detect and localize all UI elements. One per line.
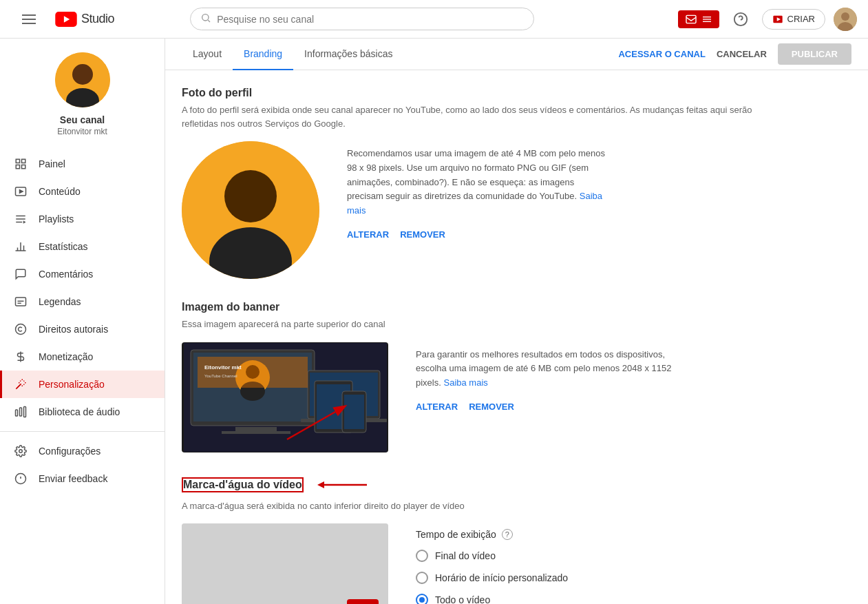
profile-image-preview [182,141,319,279]
help-icon [733,12,748,27]
radio-horario[interactable]: Horário de início personalizado [416,572,851,584]
nav-right: CRIAR [678,6,857,32]
banner-remover[interactable]: REMOVER [469,402,514,412]
sidebar-label-personalizacao: Personalização [39,379,105,390]
svg-line-37 [17,384,21,388]
radio-todo-video[interactable]: Todo o vídeo [416,594,851,604]
svg-text:Eitonvitor mkt: Eitonvitor mkt [204,364,242,371]
banner-alterar[interactable]: ALTERAR [416,402,458,412]
svg-rect-18 [16,159,19,163]
logo[interactable]: Studio [55,12,114,27]
sidebar-label-legendas: Legendas [39,296,81,307]
channel-avatar[interactable] [55,52,110,107]
sidebar-item-estatisticas[interactable]: Estatísticas [0,233,165,260]
sidebar-item-legendas[interactable]: Legendas [0,288,165,315]
sidebar-item-personalizacao[interactable]: Personalização [0,371,165,398]
sidebar-item-feedback[interactable]: Enviar feedback [0,465,165,492]
alert-icon [14,472,28,486]
banner-image-preview: Eitonvitor mkt YouTube Channel [182,342,388,452]
radio-circle-todo [416,594,428,604]
banner-devices-svg: Eitonvitor mkt YouTube Channel [184,343,387,452]
banner-section: Imagem do banner Essa imagem aparecerá n… [182,301,851,452]
sidebar-item-painel[interactable]: Painel [0,150,165,178]
svg-rect-21 [22,165,25,169]
svg-rect-68 [182,523,388,604]
search-input[interactable] [217,14,524,25]
foto-perfil-alterar[interactable]: ALTERAR [347,229,389,240]
svg-rect-4 [686,15,696,23]
notifications-icon [685,14,697,24]
create-button[interactable]: CRIAR [762,9,825,30]
arrow-annotation-icon [312,475,374,495]
user-avatar[interactable] [834,8,857,31]
hamburger-icon [17,9,41,30]
svg-rect-63 [198,357,308,388]
sidebar-label-direitos: Direitos autorais [39,324,108,335]
tab-layout[interactable]: Layout [182,39,233,70]
marca-dagua-section: Marca-d'água do vídeo A marca-d'água ser… [182,475,851,605]
sidebar-label-estatisticas: Estatísticas [39,241,88,252]
sidebar-item-direitos[interactable]: Direitos autorais [0,315,165,343]
menu-lines-icon [701,15,712,23]
channel-name: Seu canal [60,114,105,125]
sidebar-label-playlists: Playlists [39,214,74,225]
channel-handle: Eitonvitor mkt [57,127,107,136]
sidebar-item-monetizacao[interactable]: Monetização [0,343,165,371]
youtube-logo-icon [55,12,77,27]
foto-perfil-info-text: Recomendamos usar uma imagem de até 4 MB… [347,147,608,218]
radio-group: Final do vídeo Horário de início persona… [416,550,851,604]
foto-perfil-remover[interactable]: REMOVER [400,229,445,240]
svg-marker-67 [317,481,324,488]
sidebar-item-comentarios[interactable]: Comentários [0,260,165,288]
foto-perfil-info: Recomendamos usar uma imagem de até 4 MB… [347,141,851,240]
sidebar-item-conteudo[interactable]: Conteúdo [0,178,165,205]
radio-label-final: Final do vídeo [435,550,496,561]
radio-final-video[interactable]: Final do vídeo [416,550,851,562]
channel-info: Seu canal Eitonvitor mkt [0,39,165,147]
bar-chart-icon [14,240,28,253]
tab-branding[interactable]: Branding [233,39,293,70]
svg-rect-38 [16,410,18,416]
marca-dagua-highlight: Marca-d'água do vídeo [182,477,304,492]
foto-perfil-title: Foto do perfil [182,87,851,99]
radio-inner-todo [419,597,425,603]
help-button[interactable] [728,6,754,32]
svg-line-3 [208,20,210,22]
svg-point-46 [224,170,277,222]
foto-perfil-row: Recomendamos usar uma imagem de até 4 MB… [182,141,851,279]
acessar-canal-link[interactable]: ACESSAR O CANAL [618,49,705,59]
marca-dagua-desc: A marca-d'água será exibida no canto inf… [182,499,774,513]
sidebar-item-biblioteca[interactable]: Biblioteca de áudio [0,398,165,426]
sidebar-item-configuracoes[interactable]: Configurações [0,437,165,465]
top-nav: Studio CRIAR [0,0,868,39]
tempo-help-icon[interactable]: ? [502,529,513,540]
marca-dagua-options: Tempo de exibição ? Final do vídeo Horár… [416,523,851,604]
marca-dagua-row: ASSINAR CANAL [182,523,851,604]
publicar-button[interactable]: PUBLICAR [778,43,851,65]
dashboard-icon [14,157,28,171]
cancelar-button[interactable]: CANCELAR [717,49,767,59]
watermark-video-preview: ASSINAR CANAL [182,523,388,604]
app-body: Seu canal Eitonvitor mkt Painel Conteúdo [0,39,868,604]
svg-point-41 [19,450,23,453]
banner-saiba-mais[interactable]: Saiba mais [443,377,487,388]
notifications-button[interactable] [678,10,719,28]
watermark-video-svg: ASSINAR CANAL [182,523,388,604]
banner-actions: ALTERAR REMOVER [416,402,851,412]
hamburger-button[interactable] [11,3,47,35]
svg-point-2 [202,14,209,21]
marca-dagua-header: Marca-d'água do vídeo [182,475,851,495]
dollar-icon [14,350,28,364]
svg-rect-39 [20,408,22,416]
banner-title: Imagem do banner [182,301,851,313]
tab-informacoes[interactable]: Informações básicas [293,39,403,70]
sidebar-item-playlists[interactable]: Playlists [0,205,165,233]
foto-perfil-desc: A foto do perfil será exibida onde seu c… [182,103,774,130]
svg-rect-51 [235,427,277,431]
sidebar-label-comentarios: Comentários [39,269,93,280]
foto-perfil-preview [182,141,319,279]
radio-circle-final [416,550,428,562]
svg-point-13 [841,12,849,21]
radio-circle-horario [416,572,428,584]
tab-actions: ACESSAR O CANAL CANCELAR PUBLICAR [618,43,851,65]
